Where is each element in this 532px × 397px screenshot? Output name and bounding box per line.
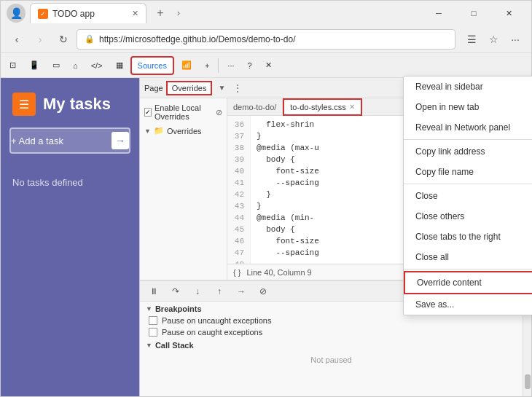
context-copy-link[interactable]: Copy link address — [404, 141, 532, 162]
line-numbers: 3637383940414243444546474849 — [227, 116, 251, 264]
folder-expand-icon: ▼ — [144, 127, 151, 135]
devtools-network-btn[interactable]: ▦ — [110, 56, 129, 75]
deactivate-btn[interactable]: ⊘ — [255, 283, 271, 299]
back-btn[interactable]: ‹ — [7, 29, 27, 50]
folder-icon: 📁 — [154, 126, 164, 135]
address-input[interactable]: 🔒 https://microsoftedge.github.io/Demos/… — [77, 29, 455, 50]
css-file-tab[interactable]: to-do-styles.css ✕ — [283, 98, 361, 116]
window-controls: ─ □ ✕ — [422, 3, 525, 23]
context-close-right[interactable]: Close tabs to the right — [404, 227, 532, 247]
enable-overrides-row: ✓ Enable Local Overrides ⊘ — [140, 101, 227, 123]
breakpoints-panel: ▼ Breakpoints Pause on uncaught exceptio… — [140, 302, 523, 396]
devtools-sources-icon-btn[interactable]: </> — [85, 56, 109, 75]
tab-dropdown[interactable]: › — [174, 8, 183, 18]
collections-btn[interactable]: ☰ — [461, 29, 482, 50]
forward-btn[interactable]: › — [30, 29, 50, 50]
close-btn[interactable]: ✕ — [492, 3, 525, 23]
address-icons: ☰ ☆ ··· — [461, 29, 525, 50]
bottom-scrollbar[interactable] — [523, 302, 531, 396]
context-close[interactable]: Close — [404, 186, 532, 206]
title-bar-left: 👤 ✓ TODO app ✕ + › — [7, 3, 183, 23]
step-into-btn[interactable]: ↓ — [189, 283, 206, 299]
profile-icon[interactable]: 👤 — [7, 4, 26, 23]
pause-btn[interactable]: ⏸ — [146, 283, 162, 299]
maximize-btn[interactable]: □ — [457, 3, 490, 23]
context-reveal-sidebar[interactable]: Reveal in sidebar — [404, 76, 532, 97]
context-sep-2 — [404, 184, 532, 184]
pause-uncaught-row: Pause on uncaught exceptions — [140, 315, 523, 326]
tab-title: TODO app — [52, 9, 128, 19]
not-paused-text: Not paused — [140, 353, 523, 367]
breakpoints-label: Breakpoints — [155, 304, 202, 313]
pause-caught-checkbox[interactable] — [149, 328, 157, 337]
title-bar: 👤 ✓ TODO app ✕ + › ─ □ ✕ — [1, 1, 531, 25]
todo-header: ☰ My tasks — [1, 78, 139, 127]
context-sep-1 — [404, 139, 532, 140]
status-position: Line 40, Column 9 — [246, 268, 311, 277]
context-sep-3 — [404, 269, 532, 270]
todo-app-title: My tasks — [43, 95, 111, 114]
demo-to-do-label: demo-to-do/ — [233, 103, 276, 111]
devtools-more-btn[interactable]: ··· — [222, 56, 240, 75]
minimize-btn[interactable]: ─ — [422, 3, 455, 23]
file-tree: ✓ Enable Local Overrides ⊘ ▼ 📁 Overrides — [140, 98, 227, 280]
context-open-new-tab[interactable]: Open in new tab — [404, 97, 532, 117]
more-btn[interactable]: ··· — [505, 29, 525, 50]
no-tasks-label: No tasks defined — [1, 165, 139, 200]
overrides-folder-label: Overrides — [167, 127, 202, 135]
browser-window: 👤 ✓ TODO app ✕ + › ─ □ ✕ ‹ › ↻ 🔒 https:/… — [0, 0, 532, 397]
css-file-label: to-do-styles.css — [290, 103, 345, 111]
devtools-elements-btn[interactable]: ▭ — [47, 56, 66, 75]
pause-uncaught-checkbox[interactable] — [149, 316, 157, 325]
breakpoints-toggle-icon[interactable]: ▼ — [146, 305, 152, 313]
devtools-add-btn[interactable]: + — [199, 56, 215, 75]
address-bar: ‹ › ↻ 🔒 https://microsoftedge.github.io/… — [1, 25, 531, 53]
context-reveal-network[interactable]: Reveal in Network panel — [404, 117, 532, 138]
pause-caught-label: Pause on caught exceptions — [162, 328, 262, 337]
bottom-content: ▼ Breakpoints Pause on uncaught exceptio… — [140, 302, 531, 396]
step-over-btn[interactable]: ↷ — [168, 283, 184, 299]
add-task-label: + Add a task — [11, 135, 63, 146]
css-tab-close-btn[interactable]: ✕ — [349, 103, 355, 111]
tab-close-btn[interactable]: ✕ — [132, 9, 138, 18]
devtools-console-btn[interactable]: ⌂ — [67, 56, 84, 75]
context-close-others[interactable]: Close others — [404, 206, 532, 227]
add-task-arrow-icon: → — [112, 132, 129, 149]
demo-to-do-tab[interactable]: demo-to-do/ — [227, 98, 283, 116]
pause-uncaught-label: Pause on uncaught exceptions — [162, 316, 271, 325]
devtools-sources-btn[interactable]: Sources — [130, 56, 174, 75]
context-override-content[interactable]: Override content — [404, 271, 532, 294]
overrides-more[interactable]: ⋮ — [231, 82, 244, 95]
overrides-info-icon: ⊘ — [216, 108, 222, 117]
step-out-btn[interactable]: ↑ — [211, 283, 227, 299]
context-save-as[interactable]: Save as... — [404, 294, 532, 315]
call-stack-toggle-icon[interactable]: ▼ — [146, 342, 152, 349]
devtools-toolbar: ⊡ 📱 ▭ ⌂ </> ▦ Sources 📶 + ··· ? ✕ — [1, 53, 531, 78]
favorites-btn[interactable]: ☆ — [483, 29, 504, 50]
add-task-btn[interactable]: + Add a task → — [9, 127, 130, 154]
call-stack-header: ▼ Call Stack — [140, 338, 523, 353]
new-tab-btn[interactable]: + — [151, 4, 170, 23]
enable-overrides-label: Enable Local Overrides — [154, 103, 213, 121]
context-close-all[interactable]: Close all — [404, 247, 532, 267]
todo-panel: ☰ My tasks + Add a task → No tasks defin… — [1, 78, 139, 396]
overrides-folder[interactable]: ▼ 📁 Overrides — [140, 123, 227, 138]
page-label: Page — [144, 84, 163, 93]
status-braces: { } — [233, 268, 240, 277]
devtools-sep — [218, 58, 219, 73]
tab-favicon: ✓ — [38, 9, 48, 19]
devtools-close-btn[interactable]: ✕ — [259, 56, 278, 75]
overrides-dropdown[interactable]: ▼ — [215, 82, 228, 95]
devtools-inspect-btn[interactable]: ⊡ — [4, 56, 22, 75]
context-copy-filename[interactable]: Copy file name — [404, 162, 532, 182]
overrides-tab[interactable]: Overrides — [166, 81, 213, 95]
devtools-help-btn[interactable]: ? — [242, 56, 258, 75]
enable-overrides-checkbox[interactable]: ✓ — [144, 108, 152, 117]
devtools-device-btn[interactable]: 📱 — [23, 56, 45, 75]
browser-tab[interactable]: ✓ TODO app ✕ — [30, 3, 146, 23]
call-stack-label: Call Stack — [155, 341, 194, 350]
refresh-btn[interactable]: ↻ — [53, 29, 74, 50]
devtools-wifi-btn[interactable]: 📶 — [176, 56, 197, 75]
step-btn[interactable]: → — [233, 283, 249, 299]
todo-app-icon: ☰ — [12, 93, 36, 116]
